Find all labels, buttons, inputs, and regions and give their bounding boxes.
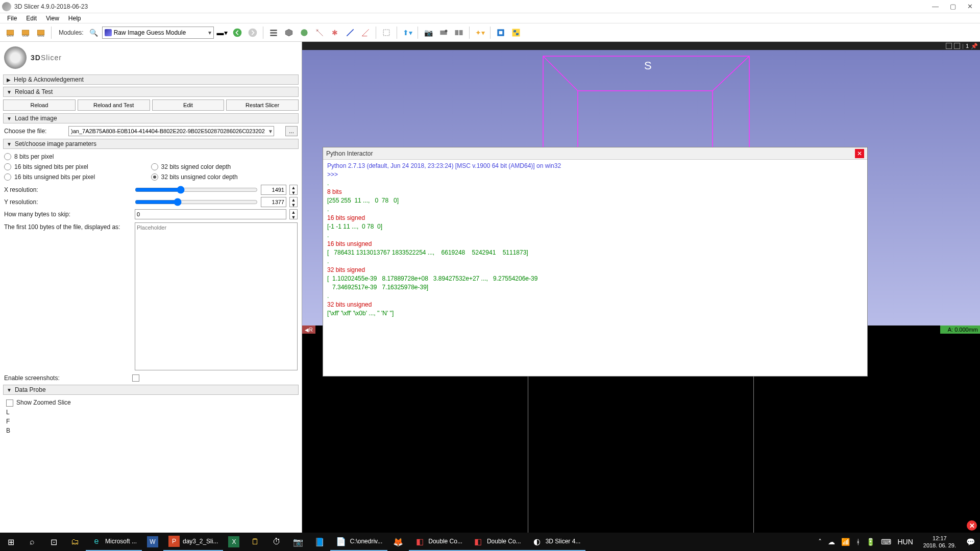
x-resolution-input[interactable] <box>261 185 286 195</box>
radio-16bit-signed-label: 16 bits signed bits per pixel <box>14 163 88 170</box>
file-path-input[interactable] <box>68 126 274 136</box>
slice-a-bar[interactable]: A: 0.000mm <box>940 325 980 334</box>
taskbar-taskview[interactable]: ⊡ <box>43 533 64 551</box>
taskbar-word[interactable]: W <box>142 533 163 551</box>
layout-button[interactable] <box>266 26 281 40</box>
tray-overflow-icon[interactable]: ˄ <box>818 538 822 546</box>
radio-16bit-unsigned[interactable] <box>4 173 11 181</box>
y-resolution-spinner[interactable]: ▲▼ <box>289 197 298 207</box>
taskbar-firefox[interactable]: 🦊 <box>387 533 409 551</box>
enable-screenshots-checkbox[interactable] <box>132 374 139 382</box>
edit-button[interactable]: Edit <box>152 99 225 111</box>
save-button[interactable]: SAVE <box>34 26 48 40</box>
slice-r-tab[interactable]: ◀ R <box>302 325 315 334</box>
y-resolution-slider[interactable] <box>135 198 258 206</box>
module-menu-button[interactable]: ▬▾ <box>215 26 229 40</box>
angle-icon[interactable] <box>358 26 373 40</box>
minimize-button[interactable]: — <box>932 3 939 10</box>
skip-bytes-input[interactable] <box>135 209 286 219</box>
menu-help[interactable]: Help <box>64 14 85 23</box>
nav-forward-button[interactable] <box>246 26 260 40</box>
python-output[interactable]: Python 2.7.13 (default, Jun 24 2018, 23:… <box>323 160 867 320</box>
start-button[interactable]: ⊞ <box>0 533 21 551</box>
section-help[interactable]: ▶Help & Acknowledgement <box>3 74 299 85</box>
taskbar-edge[interactable]: eMicrosoft ... <box>86 533 142 551</box>
menu-edit[interactable]: Edit <box>22 14 41 23</box>
python-icon[interactable] <box>509 26 523 40</box>
taskbar-excel[interactable]: X <box>223 533 244 551</box>
view-maximize-icon[interactable] <box>954 43 960 49</box>
radio-8bit[interactable] <box>4 153 11 160</box>
module-search-icon[interactable]: 🔍 <box>87 26 101 40</box>
menu-file[interactable]: File <box>3 14 21 23</box>
tray-battery-icon[interactable]: 🔋 <box>866 538 875 546</box>
svg-text:DATA: DATA <box>7 34 14 37</box>
taskbar-explorer[interactable]: 🗂 <box>64 533 86 551</box>
section-data-probe[interactable]: ▼Data Probe <box>3 385 299 395</box>
radio-16bit-signed[interactable] <box>4 163 11 170</box>
taskbar-reader[interactable]: 📘 <box>309 533 330 551</box>
tray-keyboard-icon[interactable]: ⌨ <box>881 538 891 546</box>
models-icon[interactable] <box>297 26 311 40</box>
taskbar-search[interactable]: ⌕ <box>21 533 43 551</box>
probe-l: L <box>6 408 296 417</box>
maximize-button[interactable]: ▢ <box>950 3 956 10</box>
error-indicator-icon[interactable]: ✕ <box>967 520 977 531</box>
taskbar-camera[interactable]: 📷 <box>287 533 309 551</box>
show-zoomed-checkbox[interactable] <box>6 399 13 407</box>
taskbar-powerpoint[interactable]: Pday3_2_Sli... <box>163 533 223 551</box>
probe-b: B <box>6 426 296 435</box>
section-load-image[interactable]: ▼Load the image <box>3 113 299 123</box>
x-resolution-spinner[interactable]: ▲▼ <box>289 185 298 195</box>
view-link-icon[interactable] <box>946 43 952 49</box>
taskbar-notepad[interactable]: 📄C:\onedriv... <box>330 533 387 551</box>
scene-view-icon[interactable] <box>436 26 451 40</box>
section-reload-test[interactable]: ▼Reload & Test <box>3 87 299 97</box>
first-bytes-textarea[interactable] <box>135 222 298 370</box>
load-dicom-button[interactable]: DCM <box>18 26 33 40</box>
python-interactor-title: Python Interactor <box>326 150 373 157</box>
fiducial-icon[interactable]: ✦▾ <box>473 26 487 40</box>
volume-rendering-icon[interactable] <box>282 26 296 40</box>
x-resolution-slider[interactable] <box>135 186 258 194</box>
tray-language[interactable]: HUN <box>897 538 913 546</box>
radio-32bit-unsigned[interactable] <box>151 173 158 181</box>
extensions-icon[interactable] <box>494 26 508 40</box>
section-image-params[interactable]: ▼Set/choose image parameters <box>3 139 299 149</box>
nav-back-button[interactable] <box>230 26 244 40</box>
module-selector[interactable]: Raw Image Guess Module ▾ <box>102 27 214 39</box>
crosshair-icon[interactable]: ✱ <box>328 26 342 40</box>
restart-slicer-button[interactable]: Restart Slicer <box>226 99 299 111</box>
tray-notifications-icon[interactable]: 💬 <box>966 538 975 546</box>
view-pin-icon[interactable]: 📌 <box>971 43 978 49</box>
taskbar-doublecmd-1[interactable]: ◧Double Co... <box>409 533 468 551</box>
ruler-icon[interactable] <box>343 26 357 40</box>
menu-view[interactable]: View <box>42 14 63 23</box>
tray-clock[interactable]: 12:17 2018. 06. 29. <box>919 535 960 549</box>
taskbar-sticky[interactable]: 🗒 <box>244 533 266 551</box>
reload-button[interactable]: Reload <box>3 99 76 111</box>
python-close-button[interactable]: ✕ <box>855 149 864 158</box>
taskbar-slicer[interactable]: ◐3D Slicer 4... <box>526 533 586 551</box>
probe-icon[interactable]: ⬆▾ <box>400 26 414 40</box>
tray-wifi-icon[interactable]: 📶 <box>841 538 850 546</box>
file-browse-button[interactable]: ... <box>285 126 298 136</box>
markups-icon[interactable] <box>312 26 327 40</box>
close-button[interactable]: ✕ <box>967 3 973 10</box>
svg-rect-16 <box>455 30 459 35</box>
tray-onedrive-icon[interactable]: ☁ <box>828 538 835 546</box>
load-data-button[interactable]: DATA <box>3 26 17 40</box>
show-zoomed-label: Show Zoomed Slice <box>16 399 71 406</box>
roi-icon[interactable] <box>379 26 394 40</box>
skip-bytes-spinner[interactable]: ▲▼ <box>289 209 298 219</box>
radio-32bit-signed[interactable] <box>151 163 158 170</box>
radio-8bit-label: 8 bits per pixel <box>14 153 54 160</box>
file-dropdown-icon[interactable]: ▼ <box>268 129 273 134</box>
reload-and-test-button[interactable]: Reload and Test <box>78 99 150 111</box>
taskbar-doublecmd-2[interactable]: ◧Double Co... <box>468 533 526 551</box>
compare-icon[interactable] <box>452 26 466 40</box>
y-resolution-input[interactable] <box>261 197 286 207</box>
taskbar-alarm[interactable]: ⏱ <box>266 533 287 551</box>
tray-bluetooth-icon[interactable]: ᚼ <box>856 538 860 546</box>
screenshot-icon[interactable]: 📷 <box>421 26 435 40</box>
